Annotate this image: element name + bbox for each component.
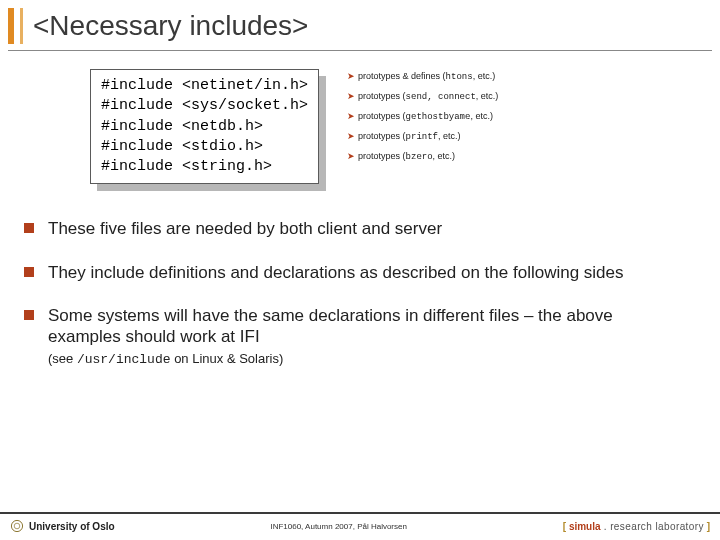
subnote-prefix: (see xyxy=(48,351,77,366)
callout-list: ➤prototypes & defines (htons, etc.) ➤pro… xyxy=(347,69,498,162)
callout-suffix: , etc.) xyxy=(470,111,493,121)
arrow-icon: ➤ xyxy=(347,131,355,141)
svg-point-0 xyxy=(11,520,22,531)
callout-mono: printf xyxy=(406,132,438,142)
callout-item: ➤prototypes (send, connect, etc.) xyxy=(347,91,498,102)
footer-left-text: University of Oslo xyxy=(29,521,115,532)
callout-suffix: , etc.) xyxy=(476,91,499,101)
code-line: #include <netinet/in.h> xyxy=(101,77,308,94)
callout-text: prototypes & defines ( xyxy=(358,71,446,81)
bullet-text: Some systems will have the same declarat… xyxy=(48,305,686,369)
callout-text: prototypes ( xyxy=(358,131,406,141)
footer-left: University of Oslo xyxy=(10,519,115,533)
callout-suffix: , etc.) xyxy=(433,151,456,161)
arrow-icon: ➤ xyxy=(347,111,355,121)
code-wrapper: #include <netinet/in.h> #include <sys/so… xyxy=(90,69,319,184)
simula-lab: research laboratory xyxy=(610,521,704,532)
subnote-suffix: on Linux & Solaris) xyxy=(171,351,284,366)
callout-mono: send, connect xyxy=(406,92,476,102)
simula-dot: . xyxy=(601,521,611,532)
code-box: #include <netinet/in.h> #include <sys/so… xyxy=(90,69,319,184)
callout-text: prototypes ( xyxy=(358,151,406,161)
callout-text: prototypes ( xyxy=(358,111,406,121)
bullet-item: They include definitions and declaration… xyxy=(24,262,686,283)
callout-text: prototypes ( xyxy=(358,91,406,101)
square-bullet-icon xyxy=(24,310,34,320)
code-line: #include <netdb.h> xyxy=(101,118,263,135)
arrow-icon: ➤ xyxy=(347,71,355,81)
university-seal-icon xyxy=(10,519,24,533)
code-and-callouts: #include <netinet/in.h> #include <sys/so… xyxy=(90,69,720,184)
title-bar: <Necessary includes> xyxy=(0,0,720,50)
subnote-mono: /usr/include xyxy=(77,352,171,367)
callout-item: ➤prototypes (printf, etc.) xyxy=(347,131,498,142)
slide-title: <Necessary includes> xyxy=(33,10,308,42)
bullet-item: These five files are needed by both clie… xyxy=(24,218,686,239)
bullet-main-text: Some systems will have the same declarat… xyxy=(48,306,613,346)
bullet-item: Some systems will have the same declarat… xyxy=(24,305,686,369)
bracket-right: ] xyxy=(704,521,710,532)
footer-center: INF1060, Autumn 2007, Pål Halvorsen xyxy=(115,522,563,531)
callout-mono: gethostbyame xyxy=(406,112,471,122)
code-line: #include <sys/socket.h> xyxy=(101,97,308,114)
arrow-icon: ➤ xyxy=(347,91,355,101)
square-bullet-icon xyxy=(24,267,34,277)
callout-item: ➤prototypes & defines (htons, etc.) xyxy=(347,71,498,82)
title-accent-bar-light xyxy=(20,8,23,44)
callout-mono: bzero xyxy=(406,152,433,162)
footer-right: [ simula . research laboratory ] xyxy=(563,521,710,532)
bullet-text: They include definitions and declaration… xyxy=(48,262,624,283)
code-line: #include <string.h> xyxy=(101,158,272,175)
callout-item: ➤prototypes (bzero, etc.) xyxy=(347,151,498,162)
bullet-text: These five files are needed by both clie… xyxy=(48,218,442,239)
code-line: #include <stdio.h> xyxy=(101,138,263,155)
footer-bar: University of Oslo INF1060, Autumn 2007,… xyxy=(0,512,720,536)
simula-word: simula xyxy=(569,521,601,532)
title-divider xyxy=(8,50,712,51)
callout-suffix: , etc.) xyxy=(438,131,461,141)
title-accent-bar xyxy=(8,8,14,44)
bullet-list: These five files are needed by both clie… xyxy=(24,218,686,368)
arrow-icon: ➤ xyxy=(347,151,355,161)
callout-suffix: , etc.) xyxy=(473,71,496,81)
callout-mono: htons xyxy=(446,72,473,82)
square-bullet-icon xyxy=(24,223,34,233)
bullet-subnote: (see /usr/include on Linux & Solaris) xyxy=(48,351,283,366)
callout-item: ➤prototypes (gethostbyame, etc.) xyxy=(347,111,498,122)
